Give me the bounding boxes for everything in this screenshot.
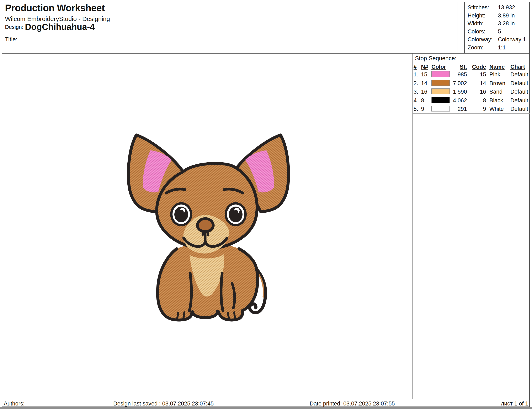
needle-number: 16	[421, 89, 427, 95]
stitch-count: 985	[445, 72, 467, 78]
thread-code: 14	[467, 80, 486, 87]
stat-row: Colorway:Colorway 1	[465, 36, 530, 45]
stitch-count: 1 590	[445, 89, 467, 95]
last-saved-timestamp: Design last saved : 03.07.2025 23:07:45	[113, 400, 214, 407]
thread-code: 15	[467, 72, 486, 78]
app-subtitle: Wilcom EmbroideryStudio - Designing	[5, 15, 110, 23]
dog-body	[158, 243, 258, 320]
thread-name: Black	[489, 97, 503, 104]
stop-sequence-panel: Stop Sequence: #N#ColorSt.CodeNameChart1…	[413, 53, 530, 399]
dog-right-eye	[225, 202, 247, 226]
authors-label: Authors:	[4, 400, 25, 407]
stat-value: Colorway 1	[498, 36, 526, 43]
design-stats-box: Stitches:13 932Height:3.89 inWidth:3.28 …	[465, 2, 530, 53]
stat-row: Height:3.89 in	[465, 12, 530, 20]
column-header-n#: N#	[421, 64, 428, 70]
row-number: 4.	[414, 97, 418, 104]
thread-chart: Default	[510, 97, 528, 104]
stat-row: Colors:5	[465, 28, 530, 36]
stop-sequence-row: 1.1598515PinkDefault	[413, 71, 530, 80]
thread-chart: Default	[510, 72, 528, 78]
needle-number: 14	[421, 80, 427, 87]
needle-number: 9	[421, 106, 424, 112]
document-title: Production Worksheet	[5, 2, 105, 13]
row-number: 2.	[414, 80, 418, 87]
stat-value: 3.28 in	[498, 20, 515, 27]
stat-label: Zoom:	[468, 45, 484, 51]
column-header-st: St.	[445, 64, 467, 70]
dog-left-eye	[170, 202, 192, 226]
stat-row: Zoom:1:1	[465, 45, 530, 53]
date-printed-timestamp: Date printed: 03.07.2025 23:07:55	[310, 400, 395, 407]
row-number: 1.	[414, 72, 418, 78]
thread-chart: Default	[510, 106, 528, 112]
thread-name: Pink	[489, 72, 500, 78]
thread-name: Brown	[489, 80, 505, 87]
stat-value: 5	[498, 28, 501, 35]
stat-value: 3.89 in	[498, 12, 515, 19]
title-label: Title:	[5, 36, 18, 43]
header-box-right-border	[458, 2, 458, 53]
stop-sequence-row: 4.84 0628BlackDefault	[413, 97, 530, 105]
stop-sequence-row: 5.92919WhiteDefault	[413, 106, 530, 114]
row-number: 3.	[414, 89, 418, 95]
column-header-name: Name	[489, 64, 505, 70]
stat-row: Stitches:13 932	[465, 4, 530, 12]
column-header-chart: Chart	[510, 64, 525, 70]
stat-row: Width:3.28 in	[465, 20, 530, 28]
thread-chart: Default	[510, 89, 528, 95]
stop-sequence-row: 2.147 00214BrownDefault	[413, 80, 530, 88]
column-header-#: #	[414, 64, 417, 70]
thread-name: White	[489, 106, 504, 112]
stitch-count: 291	[445, 106, 467, 112]
thread-code: 9	[467, 106, 486, 112]
stat-label: Height:	[468, 12, 485, 19]
thread-chart: Default	[510, 80, 528, 87]
stat-label: Width:	[468, 20, 484, 27]
thread-code: 16	[467, 89, 486, 95]
window-bottom-edge	[0, 407, 532, 409]
stitch-count: 4 062	[445, 97, 467, 104]
needle-number: 15	[421, 72, 427, 78]
row-number: 5.	[414, 106, 418, 112]
stat-value: 1:1	[498, 45, 506, 51]
column-header-code: Code	[467, 64, 486, 70]
column-header-color: Color	[431, 64, 446, 70]
stop-sequence-row: 3.161 59016SandDefault	[413, 89, 530, 97]
thread-name: Sand	[489, 89, 503, 95]
stat-value: 13 932	[498, 4, 515, 11]
stat-label: Colorway:	[468, 36, 493, 43]
design-label: Design:	[5, 24, 23, 30]
thread-code: 8	[467, 97, 486, 104]
needle-number: 8	[421, 97, 424, 104]
design-preview-chihuahua	[127, 131, 291, 326]
sheet-page-indicator: лист 1 of 1	[501, 400, 528, 407]
stat-label: Stitches:	[468, 4, 489, 11]
design-name: DogChihuahua-4	[25, 22, 95, 32]
stitch-count: 7 002	[445, 80, 467, 87]
stat-label: Colors:	[468, 28, 485, 35]
stop-sequence-title: Stop Sequence:	[415, 55, 456, 62]
